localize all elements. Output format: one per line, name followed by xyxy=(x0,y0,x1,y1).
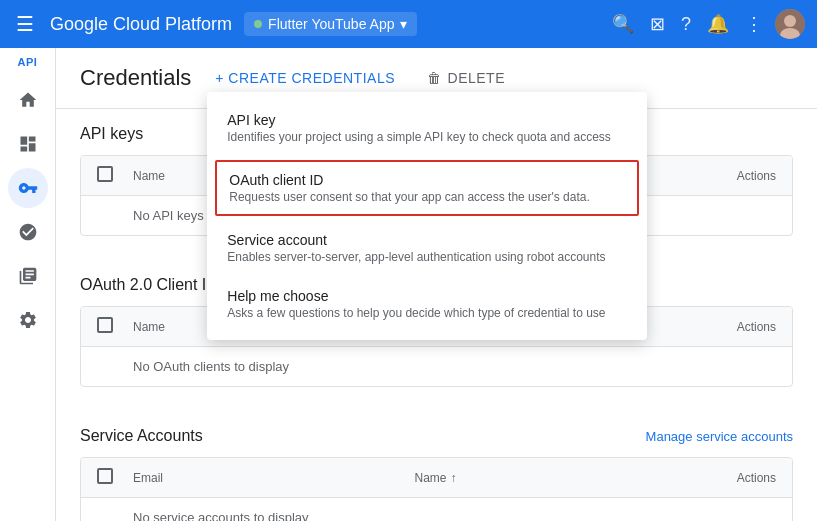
sa-col-email: Email xyxy=(133,471,415,485)
more-icon[interactable]: ⋮ xyxy=(741,9,767,39)
api-keys-select-all-checkbox[interactable] xyxy=(97,166,113,182)
create-credentials-wrapper: + CREATE CREDENTIALS API key Identifies … xyxy=(207,64,403,92)
dropdown-item-help[interactable]: Help me choose Asks a few questions to h… xyxy=(207,276,647,332)
top-nav: ☰ Google Cloud Platform Flutter YouTube … xyxy=(0,0,817,48)
service-accounts-table: Email Name ↑ Actions No service accounts… xyxy=(80,457,793,521)
sort-up-icon: ↑ xyxy=(451,471,457,485)
help-desc: Asks a few questions to help you decide … xyxy=(227,306,627,320)
oauth-empty-msg: No OAuth clients to display xyxy=(97,359,289,374)
project-selector[interactable]: Flutter YouTube App ▾ xyxy=(244,12,417,36)
help-icon[interactable]: ? xyxy=(677,10,695,39)
delete-button[interactable]: 🗑 DELETE xyxy=(419,64,513,92)
service-accounts-title: Service Accounts xyxy=(80,427,203,445)
oauth-checkbox-header xyxy=(97,317,133,336)
sa-empty-msg: No service accounts to display xyxy=(97,510,309,521)
sidebar-item-home[interactable] xyxy=(8,80,48,120)
search-icon[interactable]: 🔍 xyxy=(608,9,638,39)
sidebar: API xyxy=(0,48,56,521)
hamburger-menu[interactable]: ☰ xyxy=(12,8,38,40)
avatar[interactable] xyxy=(775,9,805,39)
service-accounts-table-header: Email Name ↑ Actions xyxy=(81,458,792,498)
brand-name: Google Cloud Platform xyxy=(50,14,232,35)
dropdown-item-oauth[interactable]: OAuth client ID Requests user consent so… xyxy=(215,160,639,216)
trash-icon: 🗑 xyxy=(427,70,442,86)
oauth-title: OAuth client ID xyxy=(229,172,625,188)
mail-icon[interactable]: ⊠ xyxy=(646,9,669,39)
service-accounts-section: Service Accounts Manage service accounts… xyxy=(56,411,817,521)
nav-icons: 🔍 ⊠ ? 🔔 ⋮ xyxy=(608,9,805,39)
oauth-empty-row: No OAuth clients to display xyxy=(81,347,792,386)
oauth-select-all-checkbox[interactable] xyxy=(97,317,113,333)
sidebar-item-services[interactable] xyxy=(8,212,48,252)
svg-point-1 xyxy=(784,15,796,27)
help-title: Help me choose xyxy=(227,288,627,304)
api-key-title: API key xyxy=(227,112,627,128)
service-account-title: Service account xyxy=(227,232,627,248)
oauth-col-actions: Actions xyxy=(696,320,776,334)
api-keys-col-actions: Actions xyxy=(696,169,776,183)
chevron-down-icon: ▾ xyxy=(400,16,407,32)
content-header: Credentials + CREATE CREDENTIALS API key… xyxy=(56,48,817,109)
dropdown-item-service-account[interactable]: Service account Enables server-to-server… xyxy=(207,220,647,276)
create-credentials-button[interactable]: + CREATE CREDENTIALS xyxy=(207,64,403,92)
page-title: Credentials xyxy=(80,65,191,91)
sa-checkbox-header xyxy=(97,468,133,487)
dropdown-item-api-key[interactable]: API key Identifies your project using a … xyxy=(207,100,647,156)
api-keys-checkbox-header xyxy=(97,166,133,185)
sa-col-actions: Actions xyxy=(696,471,776,485)
sa-col-name[interactable]: Name ↑ xyxy=(415,471,697,485)
sidebar-item-dashboard[interactable] xyxy=(8,124,48,164)
sidebar-item-credentials[interactable] xyxy=(8,168,48,208)
api-key-desc: Identifies your project using a simple A… xyxy=(227,130,627,144)
oauth-desc: Requests user consent so that your app c… xyxy=(229,190,625,204)
main-content: Credentials + CREATE CREDENTIALS API key… xyxy=(56,48,817,521)
layout: API Credentials + CREATE CREDENTIALS xyxy=(0,48,817,521)
sa-empty-row: No service accounts to display xyxy=(81,498,792,521)
bell-icon[interactable]: 🔔 xyxy=(703,9,733,39)
sidebar-item-settings[interactable] xyxy=(8,300,48,340)
service-accounts-header-row: Service Accounts Manage service accounts xyxy=(80,427,793,445)
service-account-desc: Enables server-to-server, app-level auth… xyxy=(227,250,627,264)
api-label: API xyxy=(18,56,38,68)
credentials-dropdown: API key Identifies your project using a … xyxy=(207,92,647,340)
sidebar-item-library[interactable] xyxy=(8,256,48,296)
project-dot xyxy=(254,20,262,28)
project-name: Flutter YouTube App xyxy=(268,16,394,32)
sa-select-all-checkbox[interactable] xyxy=(97,468,113,484)
manage-service-accounts-link[interactable]: Manage service accounts xyxy=(646,429,793,444)
